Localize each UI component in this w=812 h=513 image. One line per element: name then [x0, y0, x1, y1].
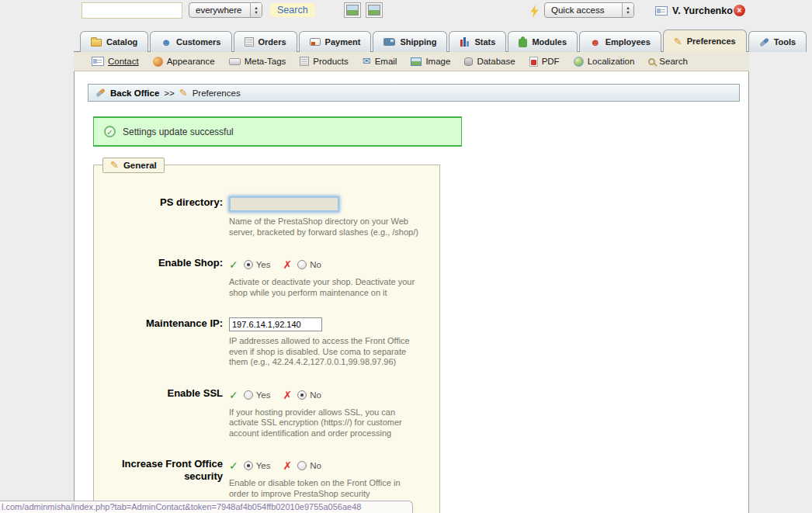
field-help: Name of the PrestaShop directory on your… [229, 217, 419, 237]
payment-card-icon [310, 38, 321, 46]
form-row-maintenance-ip: Maintenance IP: IP addresses allowed to … [94, 317, 439, 368]
contact-card-icon [92, 57, 104, 66]
tool-icon [95, 88, 106, 97]
browser-status-bar: l.com/adminmisha/index.php?tab=AdminCont… [0, 501, 413, 513]
breadcrumb-current: Preferences [193, 88, 241, 98]
search-scope-select[interactable]: everywhere ▲▼ [189, 2, 262, 18]
bar-chart-icon [460, 37, 470, 47]
top-bar: everywhere ▲▼ Search Quick access ▲▼ V. … [0, 0, 812, 25]
tab-customers[interactable]: Customers [150, 31, 231, 52]
view-shop-icon[interactable] [344, 2, 361, 18]
tab-modules[interactable]: Modules [508, 31, 578, 52]
pencil-icon [674, 36, 682, 47]
tab-catalog[interactable]: Catalog [80, 31, 148, 52]
search-button[interactable]: Search [270, 3, 315, 17]
employee-icon [590, 37, 601, 47]
picture-icon [411, 57, 422, 66]
tab-shipping[interactable]: Shipping [373, 31, 447, 52]
yes-check-icon [229, 389, 238, 401]
keyboard-icon [229, 58, 241, 65]
globe-icon [574, 57, 584, 67]
employee-card-icon [655, 6, 668, 16]
pencil-icon [179, 88, 188, 98]
search-input[interactable] [82, 2, 182, 19]
enable-shop-no-radio[interactable] [297, 260, 307, 269]
field-label: PS directory: [94, 196, 229, 237]
enable-ssl-no-radio[interactable] [297, 390, 307, 400]
submenu-appearance[interactable]: Appearance [146, 57, 222, 67]
submenu-contact[interactable]: Contact [85, 57, 146, 66]
submenu-email[interactable]: Email [356, 57, 404, 66]
submenu-products[interactable]: Products [293, 57, 355, 66]
tab-preferences[interactable]: Preferences [663, 29, 747, 52]
submenu-image[interactable]: Image [404, 57, 457, 66]
field-help: If your hosting provider allows SSL, you… [229, 407, 419, 439]
tab-tools[interactable]: Tools [748, 31, 807, 52]
fieldset-legend: General [102, 158, 165, 173]
breadcrumb: Back Office >> Preferences [88, 84, 740, 102]
search-scope-value: everywhere [189, 5, 250, 15]
user-name: V. Yurchenko [672, 5, 733, 16]
orders-icon [245, 37, 254, 47]
check-circle-icon [104, 126, 116, 137]
quick-access-value: Quick access [545, 5, 622, 15]
submenu-pdf[interactable]: PDF [522, 57, 567, 67]
tab-orders[interactable]: Orders [234, 31, 297, 52]
field-label: Enable SSL [94, 387, 229, 439]
no-cross-icon [283, 459, 293, 472]
preferences-submenu: Contact Appearance Meta-Tags Products Em… [74, 51, 749, 71]
logout-icon[interactable] [734, 5, 745, 16]
magnifier-icon [648, 58, 655, 65]
yes-check-icon [229, 459, 238, 472]
form-row-enable-ssl: Enable SSL Yes No If your hosting provid… [94, 387, 439, 439]
folder-icon [91, 39, 102, 47]
pdf-icon [529, 57, 538, 67]
general-fieldset: General PS directory: Name of the Presta… [93, 165, 440, 513]
field-help: Enable or disable token on the Front Off… [229, 478, 419, 499]
truck-icon [383, 38, 395, 46]
form-row-enable-shop: Enable Shop: Yes No Activate or deactiva… [94, 257, 439, 298]
fo-security-no-radio[interactable] [297, 461, 307, 470]
puzzle-icon [519, 39, 527, 47]
customer-icon [161, 37, 172, 47]
success-text: Settings update successful [123, 127, 234, 137]
cart-icon [300, 57, 309, 66]
palette-icon [153, 57, 163, 67]
ps-directory-input[interactable] [229, 196, 339, 212]
tab-payment[interactable]: Payment [299, 31, 372, 52]
stepper-icon: ▲▼ [250, 3, 262, 17]
database-icon [464, 57, 473, 66]
envelope-icon [363, 57, 371, 66]
maintenance-ip-input[interactable] [229, 317, 322, 331]
fo-security-yes-radio[interactable] [244, 461, 253, 470]
form-row-front-office-security: Increase Front Office security Yes No En… [94, 458, 439, 499]
pencil-icon [110, 160, 119, 170]
main-tabs: Catalog Customers Orders Payment Shippin… [80, 29, 807, 52]
submenu-database[interactable]: Database [457, 57, 522, 66]
tab-stats[interactable]: Stats [449, 31, 506, 52]
tab-employees[interactable]: Employees [579, 31, 661, 52]
form-row-ps-directory: PS directory: Name of the PrestaShop dir… [94, 196, 439, 237]
field-label: Enable Shop: [94, 257, 229, 298]
field-help: IP addresses allowed to access the Front… [229, 336, 419, 368]
field-label: Increase Front Office security [94, 458, 229, 499]
yes-check-icon [229, 258, 238, 271]
breadcrumb-separator: >> [164, 88, 174, 98]
enable-ssl-yes-radio[interactable] [244, 390, 253, 400]
no-cross-icon [283, 258, 293, 271]
lightning-icon [529, 5, 540, 18]
status-url: l.com/adminmisha/index.php?tab=AdminCont… [2, 502, 361, 511]
prestashop-admin-window: everywhere ▲▼ Search Quick access ▲▼ V. … [0, 0, 812, 513]
view-shop-new-window-icon[interactable] [366, 2, 383, 18]
no-cross-icon [283, 389, 293, 401]
submenu-localization[interactable]: Localization [567, 57, 642, 67]
field-help: Activate or deactivate your shop. Deacti… [229, 277, 419, 298]
submenu-meta-tags[interactable]: Meta-Tags [222, 57, 293, 66]
stepper-icon: ▲▼ [622, 3, 633, 17]
wrench-icon [759, 37, 769, 47]
quick-access-select[interactable]: Quick access ▲▼ [544, 2, 634, 18]
enable-shop-yes-radio[interactable] [244, 260, 253, 269]
success-message: Settings update successful [93, 116, 462, 147]
breadcrumb-root[interactable]: Back Office [110, 88, 159, 98]
submenu-search[interactable]: Search [641, 57, 694, 66]
